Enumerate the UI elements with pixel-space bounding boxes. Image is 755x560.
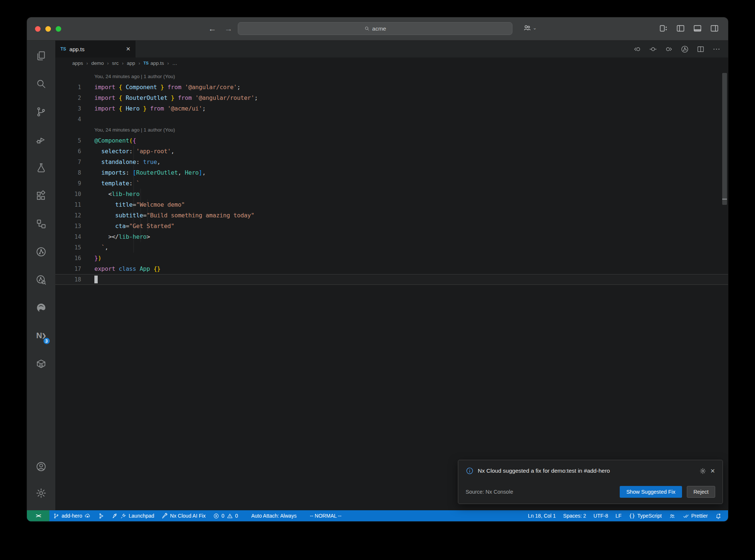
profile-switcher[interactable]: ⌄	[523, 23, 537, 32]
status-bar-live-share-item[interactable]	[665, 510, 679, 521]
tab-app-ts[interactable]: TS app.ts ✕	[55, 41, 136, 57]
activity-bar-item-containers[interactable]	[33, 355, 50, 372]
status-bar-auto-attach-item[interactable]: Auto Attach: Always	[247, 510, 300, 521]
line-number[interactable]: 8	[55, 169, 81, 176]
line-number[interactable]: 4	[55, 116, 81, 123]
code-line-16[interactable]: 16})	[55, 253, 728, 263]
nx-run-target-icon[interactable]	[681, 45, 689, 53]
status-bar-vim-mode-item[interactable]: -- NORMAL --	[306, 510, 345, 521]
breadcrumb-item-src[interactable]: src	[112, 60, 119, 66]
minimize-window-button[interactable]	[45, 26, 51, 32]
code-line-2[interactable]: 2import { RouterOutlet } from '@angular/…	[55, 92, 728, 103]
nav-back-icon[interactable]	[633, 45, 641, 53]
status-bar-launchpad-item[interactable]: Launchpad	[108, 510, 158, 521]
close-window-button[interactable]	[35, 26, 41, 32]
code-line-18[interactable]: 18	[55, 274, 728, 285]
breadcrumb-item-more[interactable]: …	[172, 60, 177, 66]
split-editor-icon[interactable]	[696, 45, 705, 53]
activity-bar-item-explorer[interactable]	[33, 47, 50, 64]
breadcrumb-item-demo[interactable]: demo	[91, 60, 104, 66]
line-number[interactable]: 6	[55, 148, 81, 155]
code-line-13[interactable]: 13 cta="Get Started"	[55, 221, 728, 231]
code-line-5[interactable]: 5@Component({	[55, 135, 728, 146]
line-number[interactable]: 13	[55, 223, 81, 230]
code-line-9[interactable]: 9 template: `	[55, 178, 728, 189]
code-line-12[interactable]: 12 subtitle="Build something amazing tod…	[55, 210, 728, 221]
breadcrumb-item-app[interactable]: app	[127, 60, 135, 66]
line-number[interactable]: 16	[55, 255, 81, 262]
code-line-15[interactable]: 15 `,	[55, 242, 728, 253]
activity-bar-item-source-control[interactable]	[33, 103, 50, 120]
line-number[interactable]: 17	[55, 266, 81, 272]
line-number[interactable]: 10	[55, 191, 81, 197]
code-line-1[interactable]: 1import { Component } from '@angular/cor…	[55, 82, 728, 92]
code-editor[interactable]: You, 24 minutes ago | 1 author (You)1imp…	[55, 69, 728, 510]
status-bar-language-item[interactable]: {}TypeScript	[625, 510, 665, 521]
activity-bar-item-search[interactable]	[33, 75, 50, 92]
toggle-secondary-sidebar-icon[interactable]	[710, 24, 719, 33]
toggle-primary-sidebar-icon[interactable]	[676, 24, 685, 33]
activity-bar-item-settings[interactable]	[33, 484, 50, 501]
history-forward-icon[interactable]: →	[225, 24, 233, 34]
activity-bar-item-run-and-debug[interactable]	[33, 131, 50, 148]
line-number[interactable]: 14	[55, 234, 81, 240]
more-actions-icon[interactable]	[712, 45, 721, 53]
line-number[interactable]: 18	[55, 276, 81, 283]
status-bar-prettier-item[interactable]: Prettier	[679, 510, 711, 521]
show-suggested-fix-button[interactable]: Show Suggested Fix	[620, 486, 682, 498]
code-line-7[interactable]: 7 standalone: true,	[55, 157, 728, 167]
activity-bar-item-accounts[interactable]	[33, 458, 50, 475]
status-bar-encoding-item[interactable]: UTF-8	[590, 510, 612, 521]
gear-icon	[699, 468, 706, 475]
breadcrumb-item-file[interactable]: TSapp.ts	[143, 60, 164, 66]
activity-bar-item-project-hierarchy[interactable]	[33, 215, 50, 232]
activity-bar-item-testing[interactable]	[33, 159, 50, 176]
close-tab-icon[interactable]: ✕	[126, 46, 131, 52]
nav-forward-icon[interactable]	[665, 45, 673, 53]
customize-layout-icon[interactable]	[659, 24, 668, 33]
editor-scrollbar[interactable]	[722, 73, 727, 205]
activity-bar-item-nx-console[interactable]: N❯3	[33, 327, 50, 344]
status-bar-cursor-position-item[interactable]: Ln 18, Col 1	[524, 510, 560, 521]
line-number[interactable]: 2	[55, 95, 81, 101]
history-back-icon[interactable]: ←	[208, 24, 216, 34]
status-bar-notifications-bell-item[interactable]	[711, 510, 725, 521]
nav-position-icon[interactable]	[649, 45, 657, 53]
code-line-10[interactable]: 10 <lib-hero	[55, 189, 728, 199]
line-number[interactable]: 12	[55, 212, 81, 219]
status-bar-problems-item[interactable]: 00	[209, 510, 242, 521]
code-line-6[interactable]: 6 selector: 'app-root',	[55, 146, 728, 157]
line-number[interactable]: 11	[55, 202, 81, 208]
remote-indicator[interactable]: ><	[27, 510, 49, 521]
reject-button[interactable]: Reject	[687, 486, 715, 498]
breadcrumb-item-apps[interactable]: apps	[72, 60, 83, 66]
editor-cursor	[94, 276, 98, 283]
notification-close-icon[interactable]: ✕	[710, 468, 715, 475]
command-center-search[interactable]: acme	[238, 22, 512, 35]
code-line-8[interactable]: 8 imports: [RouterOutlet, Hero],	[55, 167, 728, 178]
activity-bar-item-nx-project-graph[interactable]	[33, 243, 50, 260]
status-bar-nx-graph-item[interactable]	[94, 510, 108, 521]
line-number[interactable]: 5	[55, 137, 81, 144]
activity-bar-item-edge-tools[interactable]	[33, 299, 50, 316]
toggle-panel-icon[interactable]	[693, 24, 702, 33]
traffic-lights	[35, 26, 61, 32]
line-number[interactable]: 7	[55, 159, 81, 165]
notification-settings-icon[interactable]	[699, 468, 706, 475]
line-number[interactable]: 9	[55, 180, 81, 187]
line-number[interactable]: 15	[55, 244, 81, 251]
status-bar-nx-cloud-ai-fix-item[interactable]: Nx Cloud AI Fix	[158, 510, 209, 521]
status-bar-indentation-item[interactable]: Spaces: 2	[560, 510, 590, 521]
code-line-11[interactable]: 11 title="Welcmoe demo"	[55, 199, 728, 210]
code-line-4[interactable]: 4	[55, 114, 728, 125]
code-line-17[interactable]: 17export class App {}	[55, 263, 728, 274]
status-bar-branch-item[interactable]: add-hero	[49, 510, 94, 521]
line-number[interactable]: 1	[55, 84, 81, 91]
line-number[interactable]: 3	[55, 105, 81, 112]
zoom-window-button[interactable]	[56, 26, 61, 32]
status-bar-eol-item[interactable]: LF	[612, 510, 625, 521]
activity-bar-item-extensions[interactable]	[33, 187, 50, 204]
activity-bar-item-nx-graph-search[interactable]	[33, 271, 50, 288]
code-line-14[interactable]: 14 ></lib-hero>	[55, 231, 728, 242]
code-line-3[interactable]: 3import { Hero } from '@acme/ui';	[55, 103, 728, 114]
